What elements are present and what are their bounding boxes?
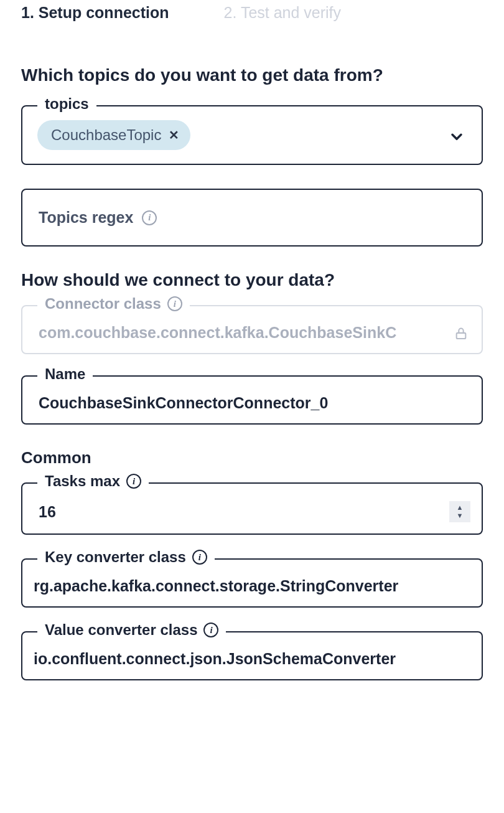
section-topics-heading: Which topics do you want to get data fro… <box>21 65 483 85</box>
info-icon[interactable]: i <box>126 474 141 489</box>
info-icon[interactable]: i <box>192 550 207 565</box>
topics-regex-label: Topics regex <box>39 209 133 227</box>
name-field[interactable]: Name <box>21 375 483 425</box>
wizard-steps: 1. Setup connection 2. Test and verify <box>21 0 483 22</box>
name-input[interactable] <box>39 394 469 412</box>
name-legend: Name <box>37 367 93 382</box>
key-converter-legend: Key converter class i <box>37 550 215 565</box>
stepper-up-icon[interactable]: ▲ <box>457 504 464 511</box>
tasks-max-legend-text: Tasks max <box>45 474 120 489</box>
remove-topic-icon[interactable]: ✕ <box>169 128 179 143</box>
key-converter-legend-text: Key converter class <box>45 550 186 565</box>
key-converter-field[interactable]: Key converter class i <box>21 558 483 608</box>
topic-chip: CouchbaseTopic ✕ <box>37 120 190 150</box>
value-converter-legend: Value converter class i <box>37 623 226 637</box>
value-converter-input[interactable] <box>34 650 473 668</box>
topic-chip-label: CouchbaseTopic <box>51 126 161 144</box>
tasks-max-legend: Tasks max i <box>37 474 149 489</box>
value-converter-field[interactable]: Value converter class i <box>21 631 483 680</box>
quantity-stepper[interactable]: ▲ ▼ <box>449 501 470 522</box>
stepper-down-icon[interactable]: ▼ <box>457 512 464 519</box>
svg-rect-0 <box>457 332 466 338</box>
info-icon[interactable]: i <box>203 623 218 637</box>
lock-icon <box>454 326 468 342</box>
topics-regex-field[interactable]: Topics regex i <box>21 189 483 247</box>
connector-class-input <box>39 324 469 342</box>
topics-legend: topics <box>37 96 96 111</box>
section-common-heading: Common <box>21 448 483 468</box>
connector-class-legend-text: Connector class <box>45 296 161 311</box>
step-setup-connection[interactable]: 1. Setup connection <box>21 4 169 22</box>
value-converter-legend-text: Value converter class <box>45 623 197 637</box>
connector-config-page: 1. Setup connection 2. Test and verify W… <box>0 0 504 693</box>
info-icon[interactable]: i <box>142 210 157 225</box>
step-test-and-verify[interactable]: 2. Test and verify <box>224 4 342 22</box>
info-icon[interactable]: i <box>167 296 182 311</box>
tasks-max-input[interactable] <box>39 503 449 521</box>
key-converter-input[interactable] <box>34 577 473 595</box>
topics-field[interactable]: topics CouchbaseTopic ✕ <box>21 105 483 165</box>
chevron-down-icon[interactable] <box>448 128 465 148</box>
connector-class-legend: Connector class i <box>37 296 190 311</box>
tasks-max-field[interactable]: Tasks max i ▲ ▼ <box>21 482 483 535</box>
topics-chip-row: CouchbaseTopic ✕ <box>37 120 469 150</box>
connector-class-field: Connector class i <box>21 305 483 354</box>
section-connect-heading: How should we connect to your data? <box>21 270 483 290</box>
